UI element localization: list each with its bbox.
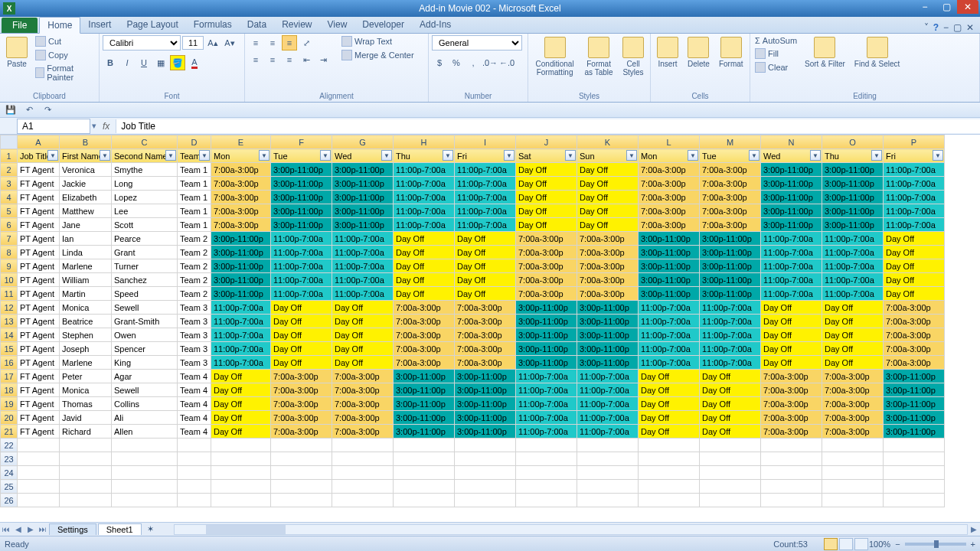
cell[interactable]: 7:00a-3:00p [211,177,271,191]
row-header[interactable]: 12 [1,301,18,315]
bold-button[interactable]: B [103,55,118,70]
cell[interactable]: FT Agent [18,177,60,191]
cell[interactable]: Day Off [455,259,516,273]
cell[interactable]: 3:00p-11:00p [761,204,822,218]
cell[interactable]: 7:00a-3:00p [271,383,332,397]
cell[interactable]: Day Off [516,163,577,177]
copy-button[interactable]: Copy [34,49,96,61]
cell[interactable]: 3:00p-11:00p [884,397,945,411]
cell[interactable]: 7:00a-3:00p [211,163,271,177]
cell[interactable]: Day Off [822,328,884,342]
cell[interactable]: Team 2 [178,287,211,301]
cell[interactable]: Day Off [394,287,455,301]
cell[interactable]: 7:00a-3:00p [761,370,822,383]
cell[interactable]: 11:00p-7:00a [761,259,822,273]
row-header[interactable]: 21 [1,425,18,439]
cell[interactable]: Day Off [332,301,394,315]
cell[interactable]: Day Off [394,273,455,287]
cell[interactable]: 11:00p-7:00a [761,232,822,246]
cell[interactable]: Team 2 [178,246,211,259]
cell[interactable]: 3:00p-11:00p [822,218,884,232]
cell[interactable]: 11:00p-7:00a [884,218,945,232]
cell[interactable]: 3:00p-11:00p [700,232,761,246]
cell[interactable]: 3:00p-11:00p [516,315,577,328]
cell[interactable]: 11:00p-7:00a [211,342,271,356]
cell[interactable]: 3:00p-11:00p [761,177,822,191]
cell[interactable]: 11:00p-7:00a [332,287,394,301]
row-header[interactable]: 15 [1,342,18,356]
cell[interactable]: 7:00a-3:00p [577,287,639,301]
cell[interactable]: Team 3 [178,315,211,328]
cell[interactable]: 7:00a-3:00p [332,397,394,411]
cell[interactable]: Day Off [822,301,884,315]
cell[interactable] [112,480,178,494]
cell[interactable]: Day Off [271,315,332,328]
cell[interactable]: Day Off [211,383,271,397]
cell[interactable]: Team 1 [178,218,211,232]
cell[interactable]: Day Off [577,218,639,232]
cell[interactable]: 11:00p-7:00a [639,356,700,370]
cell[interactable]: Day Off [516,218,577,232]
row-header[interactable]: 17 [1,370,18,383]
row-header[interactable]: 3 [1,177,18,191]
sheet-tab-sheet1[interactable]: Sheet1 [98,523,142,535]
cell[interactable]: Smythe [112,163,178,177]
cell[interactable]: 7:00a-3:00p [455,342,516,356]
cell[interactable]: Day Off [577,163,639,177]
align-bottom-button[interactable]: ≡ [282,35,297,51]
filter-header-cell[interactable]: Tue▼ [271,149,332,163]
cell[interactable]: 7:00a-3:00p [271,425,332,439]
cell[interactable]: Day Off [516,204,577,218]
font-color-button[interactable]: A [187,55,202,70]
page-layout-view-button[interactable] [839,538,853,550]
cell[interactable]: 7:00a-3:00p [761,397,822,411]
cell[interactable]: 3:00p-11:00p [332,177,394,191]
cell[interactable]: Joseph [60,342,112,356]
cell[interactable]: Day Off [455,287,516,301]
italic-button[interactable]: I [119,55,135,70]
cell[interactable]: 11:00p-7:00a [271,232,332,246]
cell[interactable] [516,452,577,466]
row-header[interactable]: 16 [1,356,18,370]
cell[interactable]: 11:00p-7:00a [455,204,516,218]
cell[interactable]: 7:00a-3:00p [394,342,455,356]
maximize-button[interactable]: ▢ [936,0,957,14]
wrap-text-button[interactable]: Wrap Text [340,35,416,47]
cell[interactable]: 11:00p-7:00a [577,425,639,439]
cell[interactable]: PT Agent [18,315,60,328]
cell[interactable]: Martin [60,287,112,301]
filter-dropdown-icon[interactable]: ▼ [565,150,576,161]
filter-dropdown-icon[interactable]: ▼ [47,150,58,161]
cell[interactable]: Day Off [211,411,271,425]
cell[interactable]: 3:00p-11:00p [394,425,455,439]
filter-dropdown-icon[interactable]: ▼ [933,150,943,161]
minimize-ribbon-icon[interactable]: ˅ [924,22,929,33]
normal-view-button[interactable] [824,538,838,550]
cell[interactable] [394,480,455,494]
cell[interactable] [516,439,577,452]
cell[interactable]: FT Agent [18,163,60,177]
cell[interactable]: 3:00p-11:00p [639,273,700,287]
cell[interactable]: Day Off [761,315,822,328]
cell[interactable]: Stephen [60,328,112,342]
cell[interactable]: 7:00a-3:00p [884,356,945,370]
cell[interactable]: Matthew [60,204,112,218]
cell[interactable]: Day Off [271,342,332,356]
cell[interactable]: 11:00p-7:00a [516,425,577,439]
cell[interactable]: Day Off [639,370,700,383]
row-header[interactable]: 25 [1,480,18,494]
cell[interactable]: 11:00p-7:00a [761,273,822,287]
cell[interactable]: Team 3 [178,356,211,370]
fx-icon[interactable]: fx [103,121,109,132]
cell[interactable]: Day Off [639,411,700,425]
cell[interactable]: Day Off [516,191,577,204]
cell[interactable]: 11:00p-7:00a [761,246,822,259]
zoom-slider[interactable] [905,543,966,546]
cell[interactable]: 11:00p-7:00a [822,273,884,287]
filter-header-cell[interactable]: Tue▼ [700,149,761,163]
cell[interactable]: 3:00p-11:00p [211,232,271,246]
save-button[interactable]: 💾 [3,103,18,118]
grow-font-button[interactable]: A▴ [205,35,220,51]
cell[interactable]: PT Agent [18,259,60,273]
select-all-corner[interactable] [1,135,18,149]
